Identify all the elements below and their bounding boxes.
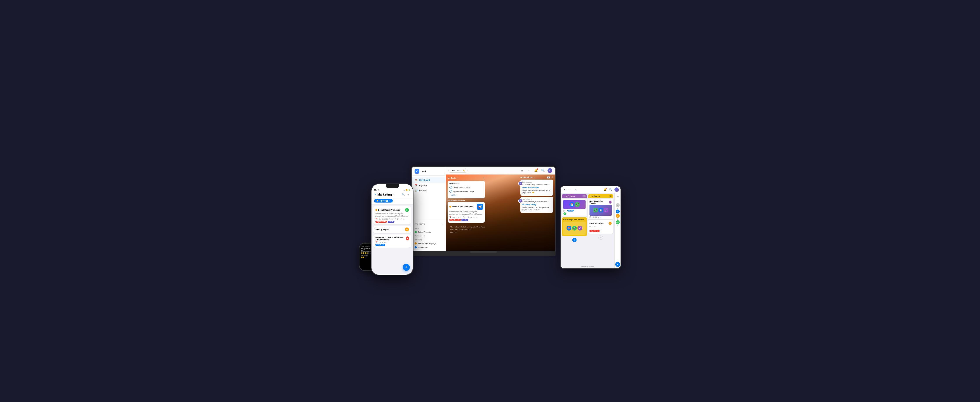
nav-dashboard[interactable]: 🏠 Dashboard: [412, 177, 445, 183]
phone-task-item[interactable]: Social Media Promotion G We need to make…: [373, 206, 411, 224]
phone-search-icon[interactable]: 🔍: [401, 193, 405, 196]
priority-indicator: [449, 206, 451, 207]
phone-back-icon[interactable]: ✕: [374, 193, 376, 196]
press-kit-card[interactable]: Press Kit Images P 💬 1 👁 1 High Priority: [588, 220, 613, 234]
add-review-card-btn[interactable]: +: [598, 235, 603, 240]
google-ads-title-progress: New Google Ads Visuals: [563, 219, 585, 221]
phone-task-meta-1: 📅 Sep 22, 2021 💬 1 ☰ 2/4 👁 1: [375, 218, 409, 220]
phone-title-group: ✕ Marketing ☰: [374, 193, 395, 196]
tablet-bell-icon[interactable]: 🔔 2: [603, 188, 607, 191]
google-ads-card-progress[interactable]: New Google Ads Visuals 📅 🚀 ✓: [562, 217, 587, 236]
social-card-icon: 📢: [477, 204, 483, 210]
tablet-add-icon[interactable]: ⊕: [562, 188, 566, 191]
phone-task-date-3: Jun 30, 2021: [379, 241, 387, 243]
phone-status-icons: ▶▶ 📶 🔋: [403, 189, 410, 191]
subtask-icon: ☰: [395, 218, 396, 220]
notification-item-2[interactable]: @ 3 minutes ago Lucy mentioned you in a …: [520, 197, 553, 213]
social-card-title: Social Media Promotion: [449, 206, 473, 208]
tablet-filter-icon[interactable]: ≡: [568, 188, 572, 191]
press-kit-stats: 💬 1 👁 1: [590, 226, 612, 228]
ads-card-img: 🚀 📋 🔗: [590, 205, 612, 215]
section-development: Development: [412, 234, 445, 238]
laptop-main: Customize... ✏️ ⊕ ✓ 🔔 🔍: [446, 167, 555, 250]
user-avatar[interactable]: A: [547, 168, 552, 173]
notifications-panel: Notifications ▼ 2 @ @: [520, 176, 553, 214]
high-priority-tag: High Priority: [375, 221, 387, 223]
notif-header: Notifications ▼ 2 @: [520, 176, 553, 179]
nav-reports[interactable]: 📊 Reports: [412, 188, 445, 193]
notification-item-1[interactable]: @ 2 minutes ago Lucy mentioned you in a …: [520, 180, 553, 196]
project-marketing-label: Marketing Campaign: [418, 242, 436, 244]
phone-task-avatar-2: W: [405, 228, 409, 231]
amanda-avatar[interactable]: Am: [616, 220, 620, 224]
checklist-task-2: Approve Newsletter Design: [453, 190, 474, 193]
lucy-count: 6: [617, 218, 618, 220]
phone-status-bar: 10:04 ▶▶ 📶 🔋: [374, 189, 410, 191]
phone-menu-icon[interactable]: ☰: [393, 193, 395, 196]
add-icon[interactable]: ⊕: [520, 168, 524, 173]
tablet-search-icon[interactable]: 🔍: [609, 188, 612, 191]
phone-time: 10:04: [374, 189, 379, 191]
unassigned-user[interactable]: ?: [616, 203, 620, 207]
social-media-card[interactable]: Social Media Promotion 📢 We need to make…: [447, 202, 485, 223]
tablet-check-icon[interactable]: ✓: [574, 188, 578, 191]
check-icon[interactable]: ✓: [527, 168, 531, 173]
alan-avatar[interactable]: A: [616, 209, 620, 214]
tablet-topbar: ⊕ ≡ ✓ 🔔 2 🔍: [561, 187, 620, 193]
dot-4: [366, 252, 368, 254]
newsletter-feature-card[interactable]: 📅 🚀 💬 1 Design G: [562, 199, 587, 217]
tablet-user-avatar[interactable]: [614, 187, 619, 192]
sidebar-grid-icon[interactable]: ⊞: [616, 194, 620, 199]
lucy-avatar[interactable]: L: [616, 214, 620, 218]
notification-bell[interactable]: 🔔: [533, 168, 538, 173]
phone-task-item[interactable]: Weekly Report W: [373, 226, 411, 233]
projects-add-icon[interactable]: +: [441, 222, 443, 225]
ads-watchers: 👁 3: [598, 217, 600, 218]
add-icon-small: +: [449, 194, 450, 196]
checklist-add-btn[interactable]: + Add...: [449, 193, 483, 197]
newsletter-footer-label: Newsletter Feature: [561, 266, 614, 268]
project-newsletters[interactable]: Newsletters: [412, 246, 445, 249]
checklist-item-1[interactable]: Check Status of Tasks: [449, 185, 483, 190]
section-sales-label: Sales: [415, 227, 419, 229]
google-ads-card-review[interactable]: New Google Ads Visuals ? 🚀 📋 🔗 💬 2: [588, 199, 613, 219]
search-icon[interactable]: 🔍: [541, 168, 545, 173]
social-subtasks: 2/4: [470, 217, 472, 218]
nav-agenda[interactable]: 📅 Agenda: [412, 183, 445, 188]
notif-author-2: Lucy mentioned you in a comment on: [522, 201, 552, 203]
tablet-users-list: ? 4 A L 6 Am 2: [616, 203, 620, 226]
phone-task-item[interactable]: Blog Post: "How to Automate Your Workflo…: [373, 234, 411, 247]
topbar-right: ⊕ ✓ 🔔 🔍 A: [520, 168, 552, 173]
add-label: Add...: [452, 194, 456, 196]
add-card-btn[interactable]: +: [572, 238, 577, 242]
laptop-topbar: Customize... ✏️ ⊕ ✓ 🔔 🔍: [446, 167, 555, 174]
phone-task-comments-1: 1: [393, 218, 393, 220]
phone-screen: 10:04 ▶▶ 📶 🔋 ✕ Marketing ☰ 🔍: [371, 184, 413, 275]
social-tag-2: Social: [461, 219, 468, 221]
phone-filter-btn[interactable]: 💡 Open 3 ▼: [374, 199, 393, 203]
dot-6: [361, 257, 363, 258]
checkbox-icon-2: [449, 190, 452, 193]
hero-author-text: Lao Tzu: [450, 231, 485, 233]
add-task-icon[interactable]: +: [483, 176, 485, 180]
phone-fab-button[interactable]: +: [403, 264, 410, 271]
project-marketing-campaign[interactable]: Marketing Campaign: [412, 241, 445, 246]
in-progress-count: 4: [582, 195, 585, 197]
tablet-add-user-btn[interactable]: +: [615, 262, 620, 267]
hero-quote-text: "Care about what other people think and …: [450, 226, 485, 231]
dot-1: [361, 252, 363, 254]
column-header-in-progress: → In Progress 4: [562, 194, 587, 198]
my-tasks-title: My Tasks ▼: [447, 177, 459, 179]
phone-task-subtasks-1: 2/4: [397, 218, 399, 220]
card-thumbnail: 📅 🚀: [563, 200, 585, 209]
amanda-count: 2: [617, 225, 618, 226]
project-sales-process[interactable]: Sales Process: [412, 230, 445, 234]
tablet-content: → In Progress 4 📅 🚀: [561, 193, 620, 268]
section-dev-label: Development: [415, 235, 425, 237]
checklist-item-2[interactable]: Approve Newsletter Design: [449, 190, 483, 193]
img-icon-3: 🔗: [604, 208, 608, 212]
customize-button[interactable]: Customize... ✏️: [449, 169, 468, 172]
phone-task-title-2: Weekly Report: [375, 228, 389, 231]
ads-card-stats: 💬 2 ☰ 3/3 👁 3: [590, 216, 612, 218]
phone-more-icon[interactable]: ⋯: [407, 193, 410, 196]
